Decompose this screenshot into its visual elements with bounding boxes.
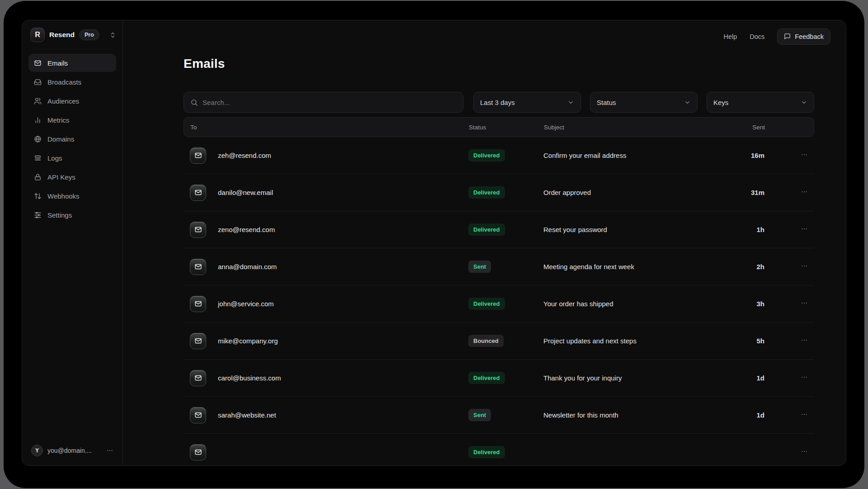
sidebar-item-label: API Keys	[47, 173, 75, 181]
column-header-to: To	[190, 124, 469, 131]
table-row[interactable]: carol@business.com Delivered Thank you f…	[184, 360, 814, 397]
content: Emails Last 3 days Status Keys To	[184, 20, 814, 466]
sidebar-item-webhooks[interactable]: Webhooks	[28, 187, 116, 205]
status-badge: Delivered	[468, 186, 505, 199]
mail-icon	[34, 59, 42, 67]
table-row[interactable]: mike@company.org Bounced Project updates…	[184, 323, 814, 360]
search-box	[184, 92, 463, 113]
mail-tile-icon	[190, 407, 206, 423]
lock-icon	[34, 173, 42, 181]
more-horizontal-icon[interactable]	[801, 262, 808, 271]
column-header-subject: Subject	[544, 124, 720, 131]
mail-tile-icon	[190, 185, 206, 201]
more-horizontal-icon[interactable]	[801, 411, 808, 420]
mail-tile-icon	[190, 370, 206, 386]
column-header-status: Status	[469, 124, 544, 131]
users-icon	[34, 97, 42, 105]
sidebar-item-label: Webhooks	[47, 192, 80, 200]
mail-tile-icon	[190, 444, 206, 461]
sidebar-item-api-keys[interactable]: API Keys	[28, 168, 116, 186]
email-subject: Project updates and next steps	[543, 337, 719, 345]
more-horizontal-icon[interactable]	[801, 188, 808, 197]
resend-logo-icon: R	[30, 28, 45, 42]
inbox-icon	[34, 78, 42, 86]
sent-time: 2h	[719, 263, 764, 271]
brand-name: Resend	[49, 31, 75, 39]
more-horizontal-icon[interactable]	[801, 374, 808, 383]
status-badge: Delivered	[468, 446, 505, 458]
emails-table: To Status Subject Sent zeh@resend.com De…	[184, 117, 814, 466]
bar-chart-icon	[34, 116, 42, 124]
sidebar-item-label: Domains	[47, 135, 74, 143]
filter-dropdown-label: Keys	[713, 99, 728, 106]
sidebar-item-label: Settings	[47, 211, 72, 219]
more-horizontal-icon[interactable]	[801, 299, 808, 309]
plan-badge: Pro	[79, 29, 99, 40]
page-title: Emails	[184, 57, 814, 71]
search-icon	[190, 99, 198, 106]
sent-time: 1h	[719, 226, 764, 233]
status-badge: Delivered	[468, 298, 505, 310]
table-row[interactable]: zeno@resend.com Delivered Reset your pas…	[184, 211, 814, 248]
status-badge: Delivered	[468, 149, 505, 161]
filter-dropdown-label: Status	[597, 99, 616, 106]
mail-tile-icon	[190, 222, 206, 238]
more-horizontal-icon[interactable]	[801, 337, 808, 346]
table-row[interactable]: Delivered	[184, 434, 814, 466]
sidebar-item-broadcasts[interactable]: Broadcasts	[28, 73, 116, 91]
chevron-down-icon	[684, 99, 691, 106]
table-row[interactable]: zeh@resend.com Delivered Confirm your em…	[184, 137, 814, 174]
avatar: Y	[31, 445, 43, 456]
mail-tile-icon	[190, 296, 206, 312]
sidebar-item-logs[interactable]: Logs	[28, 149, 116, 167]
sidebar-item-emails[interactable]: Emails	[28, 54, 116, 72]
email-subject: Reset your password	[543, 226, 719, 233]
email-subject: Meeting agenda for next week	[543, 263, 719, 271]
recipient-email: mike@company.org	[218, 337, 278, 345]
column-header-sent: Sent	[720, 124, 765, 131]
sent-time: 1d	[719, 411, 764, 419]
sidebar-nav: Emails Broadcasts Audiences Metrics Doma…	[28, 54, 116, 224]
sidebar-item-domains[interactable]: Domains	[28, 130, 116, 148]
sent-time: 16m	[719, 152, 764, 159]
sidebar-item-metrics[interactable]: Metrics	[28, 111, 116, 129]
sidebar: R Resend Pro Emails Broadcasts Audiences…	[22, 20, 123, 465]
email-subject: Your order has shipped	[543, 300, 719, 308]
recipient-email: zeh@resend.com	[218, 152, 271, 159]
chevron-down-icon	[567, 99, 574, 106]
sidebar-item-label: Broadcasts	[47, 78, 81, 86]
table-header: To Status Subject Sent	[184, 117, 814, 137]
search-input[interactable]	[203, 99, 457, 106]
more-horizontal-icon[interactable]	[106, 447, 113, 454]
filter-dropdown-status[interactable]: Status	[590, 92, 698, 113]
table-row[interactable]: sarah@website.net Sent Newsletter for th…	[184, 397, 814, 434]
filter-dropdown-keys[interactable]: Keys	[707, 92, 814, 113]
main-area: Help Docs Feedback Emails Last 3 days	[123, 20, 846, 465]
table-body: zeh@resend.com Delivered Confirm your em…	[184, 137, 814, 466]
sidebar-item-settings[interactable]: Settings	[28, 206, 116, 224]
sent-time: 5h	[719, 337, 764, 345]
sent-time: 3h	[719, 300, 764, 308]
chevron-up-down-icon[interactable]	[109, 32, 116, 38]
workspace-switcher[interactable]: R Resend Pro	[28, 28, 116, 42]
sidebar-item-audiences[interactable]: Audiences	[28, 92, 116, 110]
table-row[interactable]: john@service.com Delivered Your order ha…	[184, 285, 814, 323]
email-subject: Thank you for your inquiry	[543, 374, 719, 382]
table-row[interactable]: anna@domain.com Sent Meeting agenda for …	[184, 248, 814, 285]
sent-time: 1d	[719, 374, 764, 382]
sidebar-item-label: Metrics	[47, 116, 69, 124]
status-badge: Delivered	[468, 372, 505, 384]
status-badge: Bounced	[468, 335, 504, 347]
recipient-email: danilo@new.email	[218, 189, 273, 196]
filter-dropdown-last-3-days[interactable]: Last 3 days	[473, 92, 581, 113]
app-window: R Resend Pro Emails Broadcasts Audiences…	[22, 20, 846, 466]
sent-time: 31m	[719, 189, 764, 196]
filter-dropdowns: Last 3 days Status Keys	[473, 92, 814, 113]
more-horizontal-icon[interactable]	[801, 448, 808, 457]
user-menu[interactable]: Y you@domain....	[28, 443, 116, 458]
more-horizontal-icon[interactable]	[801, 151, 808, 160]
more-horizontal-icon[interactable]	[801, 225, 808, 234]
sidebar-item-label: Emails	[47, 59, 68, 67]
table-row[interactable]: danilo@new.email Delivered Order approve…	[184, 174, 814, 211]
sidebar-item-label: Audiences	[47, 97, 79, 105]
